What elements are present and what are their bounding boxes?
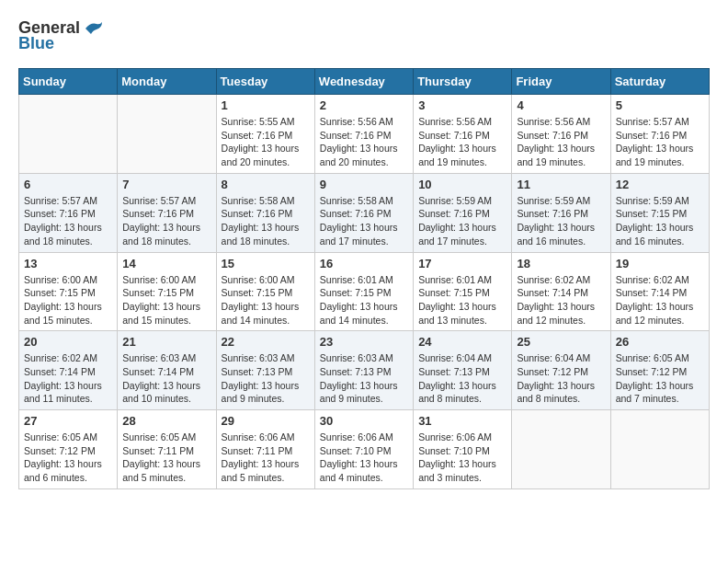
day-number: 8 [222, 178, 310, 191]
day-number: 16 [320, 257, 408, 270]
calendar-day-cell: 21Sunrise: 6:03 AM Sunset: 7:14 PM Dayli… [118, 331, 216, 410]
day-info: Sunrise: 6:03 AM Sunset: 7:13 PM Dayligh… [222, 351, 310, 406]
day-info: Sunrise: 6:06 AM Sunset: 7:10 PM Dayligh… [320, 431, 408, 485]
day-info: Sunrise: 5:58 AM Sunset: 7:16 PM Dayligh… [222, 194, 310, 248]
calendar-day-cell: 24Sunrise: 6:04 AM Sunset: 7:13 PM Dayli… [414, 331, 512, 410]
calendar-day-cell [610, 410, 709, 489]
calendar-day-cell: 9Sunrise: 5:58 AM Sunset: 7:16 PM Daylig… [314, 173, 413, 252]
calendar-day-cell: 5Sunrise: 5:57 AM Sunset: 7:16 PM Daylig… [610, 95, 709, 174]
calendar-day-cell: 19Sunrise: 6:02 AM Sunset: 7:14 PM Dayli… [610, 252, 709, 331]
day-info: Sunrise: 6:03 AM Sunset: 7:13 PM Dayligh… [320, 351, 408, 406]
calendar-day-cell: 17Sunrise: 6:01 AM Sunset: 7:15 PM Dayli… [414, 252, 512, 331]
calendar-day-cell: 4Sunrise: 5:56 AM Sunset: 7:16 PM Daylig… [512, 95, 610, 174]
page-header: General Blue [18, 18, 710, 53]
day-number: 29 [222, 414, 310, 428]
day-info: Sunrise: 6:02 AM Sunset: 7:14 PM Dayligh… [616, 273, 704, 327]
day-number: 18 [517, 257, 605, 270]
day-number: 11 [517, 178, 605, 191]
calendar-day-cell: 23Sunrise: 6:03 AM Sunset: 7:13 PM Dayli… [314, 331, 413, 410]
calendar-day-cell: 10Sunrise: 5:59 AM Sunset: 7:16 PM Dayli… [414, 173, 512, 252]
day-number: 28 [122, 414, 210, 428]
day-info: Sunrise: 6:02 AM Sunset: 7:14 PM Dayligh… [24, 351, 112, 406]
day-info: Sunrise: 6:06 AM Sunset: 7:10 PM Dayligh… [418, 431, 506, 485]
day-number: 10 [418, 178, 506, 191]
calendar-day-cell: 31Sunrise: 6:06 AM Sunset: 7:10 PM Dayli… [414, 410, 512, 489]
calendar-day-cell: 8Sunrise: 5:58 AM Sunset: 7:16 PM Daylig… [216, 173, 314, 252]
day-number: 3 [418, 98, 506, 112]
day-number: 7 [122, 178, 210, 191]
calendar-day-cell: 14Sunrise: 6:00 AM Sunset: 7:15 PM Dayli… [118, 252, 216, 331]
calendar-day-cell: 16Sunrise: 6:01 AM Sunset: 7:15 PM Dayli… [314, 252, 413, 331]
day-info: Sunrise: 5:57 AM Sunset: 7:16 PM Dayligh… [24, 194, 112, 248]
day-info: Sunrise: 5:58 AM Sunset: 7:16 PM Dayligh… [320, 194, 408, 248]
day-info: Sunrise: 6:00 AM Sunset: 7:15 PM Dayligh… [222, 273, 310, 327]
calendar-week-row: 1Sunrise: 5:55 AM Sunset: 7:16 PM Daylig… [19, 95, 710, 174]
day-info: Sunrise: 5:56 AM Sunset: 7:16 PM Dayligh… [418, 115, 506, 169]
calendar-day-cell: 22Sunrise: 6:03 AM Sunset: 7:13 PM Dayli… [216, 331, 314, 410]
calendar-day-cell: 28Sunrise: 6:05 AM Sunset: 7:11 PM Dayli… [118, 410, 216, 489]
calendar-day-cell: 25Sunrise: 6:04 AM Sunset: 7:12 PM Dayli… [512, 331, 610, 410]
day-number: 13 [24, 257, 112, 270]
day-number: 25 [517, 335, 605, 349]
day-number: 14 [122, 257, 210, 270]
day-number: 30 [320, 414, 408, 428]
calendar-day-cell: 1Sunrise: 5:55 AM Sunset: 7:16 PM Daylig… [216, 95, 314, 174]
day-number: 26 [616, 335, 704, 349]
day-number: 22 [222, 335, 310, 349]
day-info: Sunrise: 6:05 AM Sunset: 7:11 PM Dayligh… [122, 431, 210, 485]
calendar-day-cell: 12Sunrise: 5:59 AM Sunset: 7:15 PM Dayli… [610, 173, 709, 252]
day-info: Sunrise: 6:06 AM Sunset: 7:11 PM Dayligh… [222, 431, 310, 485]
day-number: 21 [122, 335, 210, 349]
day-info: Sunrise: 5:59 AM Sunset: 7:16 PM Dayligh… [517, 194, 605, 248]
day-info: Sunrise: 6:00 AM Sunset: 7:15 PM Dayligh… [24, 273, 112, 327]
day-number: 1 [222, 98, 310, 112]
calendar-day-cell: 3Sunrise: 5:56 AM Sunset: 7:16 PM Daylig… [414, 95, 512, 174]
day-number: 20 [24, 335, 112, 349]
day-info: Sunrise: 5:57 AM Sunset: 7:16 PM Dayligh… [122, 194, 210, 248]
calendar-day-cell: 7Sunrise: 5:57 AM Sunset: 7:16 PM Daylig… [118, 173, 216, 252]
day-of-week-header: Friday [512, 69, 610, 95]
calendar-week-row: 13Sunrise: 6:00 AM Sunset: 7:15 PM Dayli… [19, 252, 710, 331]
day-info: Sunrise: 5:56 AM Sunset: 7:16 PM Dayligh… [517, 115, 605, 169]
calendar-day-cell: 29Sunrise: 6:06 AM Sunset: 7:11 PM Dayli… [216, 410, 314, 489]
day-number: 9 [320, 178, 408, 191]
day-info: Sunrise: 6:01 AM Sunset: 7:15 PM Dayligh… [320, 273, 408, 327]
day-number: 6 [24, 178, 112, 191]
calendar-day-cell: 20Sunrise: 6:02 AM Sunset: 7:14 PM Dayli… [19, 331, 118, 410]
day-number: 4 [517, 98, 605, 112]
day-info: Sunrise: 5:57 AM Sunset: 7:16 PM Dayligh… [616, 115, 704, 169]
day-info: Sunrise: 6:02 AM Sunset: 7:14 PM Dayligh… [517, 273, 605, 327]
calendar-table: SundayMondayTuesdayWednesdayThursdayFrid… [18, 68, 710, 489]
calendar-day-cell [512, 410, 610, 489]
day-number: 27 [24, 414, 112, 428]
calendar-day-cell: 27Sunrise: 6:05 AM Sunset: 7:12 PM Dayli… [19, 410, 118, 489]
logo: General Blue [18, 18, 104, 53]
day-of-week-header: Sunday [19, 69, 118, 95]
day-number: 31 [418, 414, 506, 428]
day-info: Sunrise: 6:05 AM Sunset: 7:12 PM Dayligh… [616, 351, 704, 406]
calendar-day-cell: 2Sunrise: 5:56 AM Sunset: 7:16 PM Daylig… [314, 95, 413, 174]
day-info: Sunrise: 5:59 AM Sunset: 7:16 PM Dayligh… [418, 194, 506, 248]
calendar-day-cell: 30Sunrise: 6:06 AM Sunset: 7:10 PM Dayli… [314, 410, 413, 489]
logo-bird-icon [84, 20, 104, 37]
day-number: 23 [320, 335, 408, 349]
calendar-day-cell [19, 95, 118, 174]
calendar-day-cell: 18Sunrise: 6:02 AM Sunset: 7:14 PM Dayli… [512, 252, 610, 331]
calendar-day-cell [118, 95, 216, 174]
day-info: Sunrise: 6:03 AM Sunset: 7:14 PM Dayligh… [122, 351, 210, 406]
day-of-week-header: Tuesday [216, 69, 314, 95]
calendar-day-cell: 15Sunrise: 6:00 AM Sunset: 7:15 PM Dayli… [216, 252, 314, 331]
day-info: Sunrise: 5:56 AM Sunset: 7:16 PM Dayligh… [320, 115, 408, 169]
day-number: 2 [320, 98, 408, 112]
calendar-day-cell: 26Sunrise: 6:05 AM Sunset: 7:12 PM Dayli… [610, 331, 709, 410]
logo-blue-text: Blue [18, 34, 54, 53]
calendar-day-cell: 13Sunrise: 6:00 AM Sunset: 7:15 PM Dayli… [19, 252, 118, 331]
day-of-week-header: Thursday [414, 69, 512, 95]
day-info: Sunrise: 6:04 AM Sunset: 7:12 PM Dayligh… [517, 351, 605, 406]
day-of-week-header: Saturday [610, 69, 709, 95]
calendar-day-cell: 6Sunrise: 5:57 AM Sunset: 7:16 PM Daylig… [19, 173, 118, 252]
calendar-week-row: 6Sunrise: 5:57 AM Sunset: 7:16 PM Daylig… [19, 173, 710, 252]
day-number: 5 [616, 98, 704, 112]
day-number: 19 [616, 257, 704, 270]
day-number: 24 [418, 335, 506, 349]
